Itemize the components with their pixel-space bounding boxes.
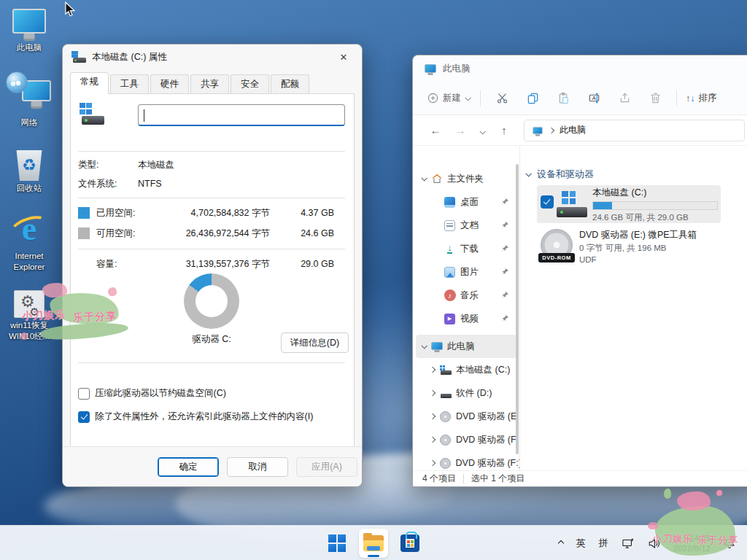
ime-language-button[interactable]: 英 — [571, 529, 591, 558]
folder-icon — [363, 535, 384, 551]
new-button[interactable]: 新建 — [423, 87, 474, 110]
cut-button[interactable] — [487, 87, 517, 110]
chevron-right-icon — [430, 437, 436, 443]
breadcrumb[interactable]: 此电脑 — [524, 120, 745, 141]
pin-icon — [501, 198, 509, 206]
compress-checkbox-row[interactable]: 压缩此驱动器以节约磁盘空间(C) — [78, 387, 226, 400]
selected-checkbox[interactable] — [541, 195, 554, 209]
desktop-icon-this-pc[interactable]: 此电脑 — [1, 9, 57, 53]
sidebar-item-dvd-f2[interactable]: DVD 驱动器 (F:) — [413, 451, 519, 470]
desktop: { "colors": { "accent": "#0f6cbd", "used… — [0, 0, 747, 560]
sidebar: 主文件夹 桌面 文档 ↓ 下载 图片 — [413, 146, 520, 470]
sidebar-item-videos[interactable]: ▶ 视频 — [413, 307, 519, 330]
copy-icon — [527, 92, 539, 104]
drive-c-item[interactable]: 本地磁盘 (C:) 24.6 GB 可用, 共 29.0 GB — [537, 185, 721, 223]
dvd-icon: DVD-ROM — [541, 229, 574, 262]
copy-button[interactable] — [517, 87, 548, 110]
dvd-icon — [439, 434, 452, 446]
properties-dialog: 本地磁盘 (C:) 属性 ✕ 常规 工具 硬件 共享 安全 配额 类型: 本地磁… — [62, 44, 363, 487]
index-checkbox-row[interactable]: 除了文件属性外，还允许索引此驱动器上文件的内容(I) — [78, 411, 313, 423]
pin-icon — [501, 314, 509, 322]
index-checkbox[interactable] — [78, 411, 90, 423]
selected-count: 选中 1 个项目 — [471, 472, 525, 485]
chevron-right-icon — [430, 390, 436, 396]
network-button[interactable] — [616, 529, 640, 558]
share-button[interactable] — [609, 87, 640, 110]
sidebar-item-drive-c[interactable]: 本地磁盘 (C:) — [413, 358, 519, 381]
music-icon: ♪ — [444, 289, 456, 302]
desktop-icon-network[interactable]: 网络 — [1, 73, 57, 128]
date: 2022/8/12 — [673, 543, 711, 553]
dialog-button-bar: 确定 取消 应用(A) — [63, 446, 362, 486]
notification-center-button[interactable]: z — [718, 529, 741, 558]
details-button[interactable]: 详细信息(D) — [281, 332, 349, 353]
ok-button[interactable]: 确定 — [158, 457, 219, 477]
used-space-row: 已用空间: 4,702,584,832 字节 4.37 GB — [78, 203, 334, 222]
compress-checkbox[interactable] — [78, 388, 90, 400]
close-icon[interactable]: ✕ — [330, 47, 357, 66]
network-globe-icon — [6, 71, 28, 93]
sidebar-item-downloads[interactable]: ↓ 下载 — [413, 237, 519, 260]
clock[interactable]: 14:55 2022/8/12 — [669, 533, 715, 553]
drive-icon — [71, 51, 86, 63]
cancel-button[interactable]: 取消 — [227, 457, 288, 477]
sidebar-scrollbar[interactable] — [516, 164, 519, 454]
explorer-titlebar[interactable]: 此电脑 — [413, 55, 747, 82]
sidebar-item-dvd-f[interactable]: DVD 驱动器 (F — [413, 428, 519, 451]
start-button[interactable] — [322, 529, 352, 558]
trash-icon — [649, 92, 662, 104]
sidebar-item-desktop[interactable]: 桌面 — [413, 190, 519, 214]
icon-label: 此电脑 — [1, 42, 57, 53]
tab-tools[interactable]: 工具 — [110, 74, 149, 93]
chevron-right-icon — [430, 413, 436, 419]
microsoft-store-button[interactable] — [395, 529, 425, 558]
this-pc-icon — [533, 126, 543, 133]
paste-button[interactable] — [548, 87, 578, 110]
tab-hardware[interactable]: 硬件 — [150, 74, 189, 93]
forward-button[interactable]: → — [448, 124, 473, 136]
delete-button[interactable] — [640, 87, 670, 110]
divider — [78, 151, 345, 152]
breadcrumb-root[interactable]: 此电脑 — [560, 124, 586, 136]
tab-sharing[interactable]: 共享 — [190, 74, 229, 93]
sidebar-item-documents[interactable]: 文档 — [413, 214, 519, 237]
sort-button[interactable]: ↑↓ 排序 — [683, 92, 717, 104]
ime-mode-button[interactable]: 拼 — [594, 529, 614, 558]
capacity-row: 容量: 31,139,557,376 字节 29.0 GB — [78, 254, 334, 273]
desktop-icon-win11-restore[interactable]: ⚙⚙ win11恢复 WIN10经... — [1, 290, 57, 342]
back-button[interactable]: ← — [423, 124, 448, 136]
file-explorer-taskbar-button[interactable] — [359, 529, 388, 558]
sidebar-item-drive-d[interactable]: 软件 (D:) — [413, 381, 519, 405]
downloads-icon: ↓ — [444, 243, 456, 255]
recent-locations-button[interactable] — [473, 124, 492, 136]
sidebar-item-this-pc[interactable]: 此电脑 — [416, 335, 516, 358]
speaker-icon — [648, 538, 661, 549]
pin-icon — [501, 291, 509, 299]
dialog-titlebar[interactable]: 本地磁盘 (C:) 属性 ✕ — [63, 44, 362, 69]
dvd-e-item[interactable]: DVD-ROM DVD 驱动器 (E:) 微PE工具箱 0 字节 可用, 共 1… — [541, 229, 730, 268]
explorer-window: 此电脑 新建 — [412, 55, 747, 487]
svg-text:A: A — [592, 95, 596, 101]
desktop-icon-internet-explorer[interactable]: e Internet Explorer — [1, 213, 57, 273]
rename-button[interactable]: A — [578, 87, 609, 110]
chevron-up-icon — [558, 540, 564, 546]
tab-general[interactable]: 常规 — [70, 72, 109, 94]
volume-button[interactable] — [643, 529, 666, 558]
free-swatch — [78, 228, 90, 239]
pictures-icon — [444, 266, 456, 279]
volume-label-input[interactable] — [138, 104, 345, 126]
dialog-title: 本地磁盘 (C:) 属性 — [92, 51, 330, 63]
apply-button[interactable]: 应用(A) — [296, 457, 357, 477]
show-hidden-icons-button[interactable] — [554, 529, 568, 558]
up-button[interactable]: ↑ — [492, 124, 516, 136]
tab-quota[interactable]: 配额 — [271, 74, 309, 93]
sidebar-item-pictures[interactable]: 图片 — [413, 260, 519, 284]
desktop-icon-recycle-bin[interactable]: ♻ 回收站 — [1, 150, 57, 194]
section-devices-and-drives[interactable]: 设备和驱动器 — [526, 168, 594, 181]
text-caret — [144, 109, 144, 122]
ie-icon: e — [12, 213, 46, 246]
sidebar-item-music[interactable]: ♪ 音乐 — [413, 284, 519, 307]
tab-security[interactable]: 安全 — [231, 74, 269, 93]
sidebar-item-home[interactable]: 主文件夹 — [413, 167, 519, 190]
sidebar-item-dvd-e[interactable]: DVD 驱动器 (E — [413, 405, 519, 428]
